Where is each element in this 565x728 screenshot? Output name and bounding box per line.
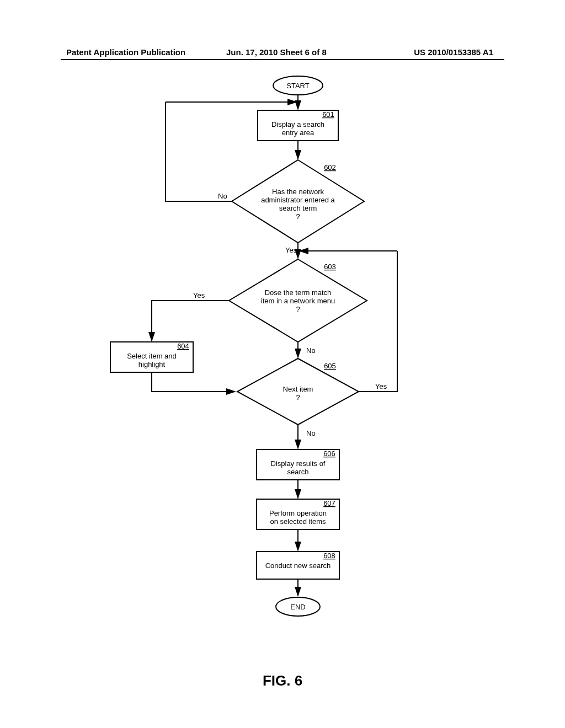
d602-l1: Has the network [272,188,324,196]
box-606-line2: search [287,468,308,476]
d605-no: No [306,429,316,437]
box-601-line2: entry area [282,129,315,137]
box-601-line1: Display a search [271,120,324,129]
d603-l1: Dose the term match [265,288,332,297]
ref-608: 608 [323,552,335,560]
d602-no: No [218,192,227,200]
ref-607: 607 [323,499,335,507]
d603-l2: item in a network menu [261,297,335,305]
start-label: START [286,82,309,90]
d602-l4: ? [296,212,300,221]
ref-603: 603 [324,263,336,271]
d602-l3: search term [279,204,317,212]
ref-605: 605 [324,362,336,370]
header-rule [61,59,504,60]
d605-yes: Yes [375,382,387,390]
ref-601: 601 [322,110,334,119]
box-607-line2: on selected items [270,517,326,526]
ref-602: 602 [324,163,336,172]
header-mid: Jun. 17, 2010 Sheet 6 of 8 [226,47,327,57]
d603-yes: Yes [193,291,205,299]
ref-606: 606 [323,449,335,458]
end-label: END [290,603,305,611]
box-604-line2: highlight [138,360,166,368]
ref-604: 604 [177,342,189,350]
box-608-line1: Conduct new search [265,561,331,570]
box-606-line1: Display results of [271,459,326,468]
d605-l2: ? [296,393,300,402]
flowchart: START 601 Display a search entry area 60… [66,72,497,651]
d603-l3: ? [296,305,300,313]
header-left: Patent Application Publication [66,47,185,57]
header-right: US 2010/0153385 A1 [414,47,493,57]
d603-no: No [306,346,316,355]
d602-yes: Yes [285,246,297,254]
box-607-line1: Perform operation [269,509,327,517]
figure-label: FIG. 6 [0,672,565,689]
d605-l1: Next item [283,385,313,393]
box-604-line1: Select item and [127,352,177,360]
d602-l2: administrator entered a [261,196,335,204]
